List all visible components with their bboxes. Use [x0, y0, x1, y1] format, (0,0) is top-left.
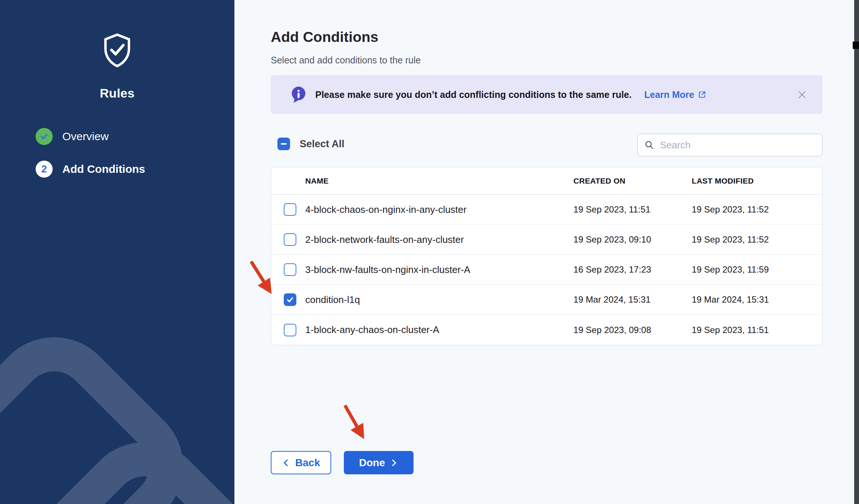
- select-all-label: Select All: [300, 138, 345, 150]
- row-last-modified: 19 Sep 2023, 11:52: [692, 234, 822, 245]
- column-name: NAME: [305, 177, 573, 185]
- search-icon: [645, 140, 654, 150]
- row-name: 2-block-network-faults-on-any-cluster: [305, 234, 573, 246]
- row-last-modified: 19 Mar 2024, 15:31: [692, 294, 822, 305]
- step-complete-icon: [36, 128, 53, 145]
- table-row: condition-l1q 19 Mar 2024, 15:31 19 Mar …: [271, 285, 822, 315]
- row-last-modified: 19 Sep 2023, 11:51: [692, 325, 822, 335]
- table-row: 4-block-chaos-on-nginx-in-any-cluster 19…: [271, 195, 822, 225]
- column-last-modified: LAST MODIFIED: [692, 177, 822, 185]
- row-name: 3-block-nw-faults-on-nginx-in-cluster-A: [305, 264, 573, 276]
- chevron-left-icon: [282, 458, 291, 467]
- column-created-on: CREATED ON: [573, 177, 692, 185]
- page-title: Add Conditions: [271, 29, 378, 45]
- info-icon: [290, 86, 307, 103]
- wizard-sidebar: Rules Overview 2 Add Conditions: [0, 0, 234, 504]
- row-checkbox[interactable]: [284, 293, 296, 306]
- table-row: 3-block-nw-faults-on-nginx-in-cluster-A …: [271, 255, 822, 285]
- screen-edge-strip: [854, 0, 859, 504]
- learn-more-link[interactable]: Learn More: [644, 89, 707, 100]
- row-checkbox[interactable]: [284, 263, 296, 276]
- row-created-on: 19 Sep 2023, 09:08: [573, 325, 692, 335]
- check-icon: [286, 296, 294, 304]
- row-name: 4-block-chaos-on-nginx-in-any-cluster: [305, 204, 573, 215]
- row-name: condition-l1q: [305, 294, 573, 306]
- sidebar-title: Rules: [0, 86, 234, 101]
- back-button-label: Back: [295, 457, 320, 469]
- row-created-on: 19 Sep 2023, 11:51: [573, 204, 692, 215]
- indeterminate-dash-icon: [281, 143, 287, 145]
- table-row: 2-block-network-faults-on-any-cluster 19…: [271, 225, 822, 255]
- row-created-on: 19 Mar 2024, 15:31: [573, 294, 692, 305]
- row-checkbox[interactable]: [284, 203, 296, 216]
- learn-more-label: Learn More: [644, 89, 694, 100]
- brand-watermark: [0, 296, 234, 504]
- row-name: 1-block-any-chaos-on-cluster-A: [305, 324, 573, 336]
- external-link-icon: [698, 90, 707, 99]
- step-add-conditions[interactable]: 2 Add Conditions: [36, 161, 145, 178]
- table-body: 4-block-chaos-on-nginx-in-any-cluster 19…: [271, 195, 822, 345]
- banner-close-icon[interactable]: [795, 88, 809, 102]
- table-header: NAME CREATED ON LAST MODIFIED: [271, 167, 822, 195]
- table-row: 1-block-any-chaos-on-cluster-A 19 Sep 20…: [271, 315, 822, 345]
- chevron-right-icon: [389, 458, 398, 467]
- back-button[interactable]: Back: [271, 451, 331, 474]
- banner-message: Please make sure you don’t add conflicti…: [315, 89, 632, 100]
- page-subtitle: Select and add conditions to the rule: [271, 55, 421, 66]
- wizard-steps: Overview 2 Add Conditions: [36, 128, 145, 193]
- shield-check-icon: [101, 33, 134, 68]
- step-number-badge: 2: [36, 161, 53, 178]
- search-input[interactable]: [660, 139, 815, 151]
- row-checkbox[interactable]: [284, 324, 296, 336]
- row-last-modified: 19 Sep 2023, 11:52: [692, 204, 822, 215]
- step-add-conditions-label: Add Conditions: [62, 163, 145, 175]
- done-button[interactable]: Done: [344, 451, 414, 474]
- select-all-control[interactable]: Select All: [277, 138, 345, 150]
- step-overview-label: Overview: [62, 130, 109, 143]
- search-box[interactable]: [637, 134, 823, 157]
- conditions-table: NAME CREATED ON LAST MODIFIED 4-block-ch…: [271, 167, 823, 345]
- select-all-checkbox[interactable]: [277, 138, 290, 150]
- row-created-on: 19 Sep 2023, 09:10: [573, 234, 692, 245]
- main-panel: Add Conditions Select and add conditions…: [234, 0, 859, 504]
- screen-edge-notch: [853, 42, 859, 49]
- done-button-label: Done: [359, 457, 385, 469]
- row-created-on: 16 Sep 2023, 17:23: [573, 264, 692, 275]
- step-overview[interactable]: Overview: [36, 128, 145, 145]
- row-last-modified: 19 Sep 2023, 11:59: [692, 264, 822, 275]
- row-checkbox[interactable]: [284, 233, 296, 246]
- info-banner: Please make sure you don’t add conflicti…: [271, 75, 823, 114]
